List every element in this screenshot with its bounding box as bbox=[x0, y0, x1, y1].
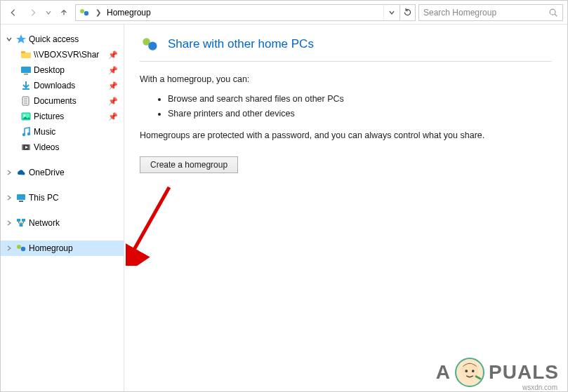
tree-item-documents[interactable]: Documents 📌 bbox=[1, 93, 124, 109]
svg-rect-24 bbox=[22, 219, 25, 222]
pin-icon: 📌 bbox=[108, 66, 118, 75]
tree-label: Videos bbox=[34, 142, 59, 152]
chevron-right-icon[interactable] bbox=[5, 168, 13, 177]
pc-icon bbox=[15, 192, 27, 203]
svg-rect-25 bbox=[20, 224, 23, 227]
tree-network[interactable]: Network bbox=[1, 215, 124, 231]
brand-text-left: A bbox=[436, 361, 451, 384]
feature-list: Browse and search shared files on other … bbox=[168, 92, 552, 121]
back-button[interactable] bbox=[5, 4, 22, 21]
page-title: Share with other home PCs bbox=[168, 37, 314, 51]
svg-point-0 bbox=[80, 9, 84, 13]
navigation-pane: Quick access \\VBOXSVR\Shar 📌 Desktop 📌 … bbox=[1, 25, 124, 391]
pin-icon: 📌 bbox=[108, 50, 118, 60]
chevron-right-icon[interactable] bbox=[5, 194, 13, 202]
tree-label: \\VBOXSVR\Shar bbox=[34, 50, 99, 60]
svg-rect-6 bbox=[21, 67, 31, 73]
svg-point-27 bbox=[21, 247, 25, 251]
address-dropdown[interactable] bbox=[384, 5, 399, 20]
svg-point-32 bbox=[472, 370, 475, 372]
svg-rect-5 bbox=[21, 51, 25, 53]
watermark-site: wsxdn.com bbox=[522, 384, 557, 391]
chevron-down-icon[interactable] bbox=[5, 35, 13, 43]
chevron-right-icon[interactable] bbox=[5, 244, 13, 252]
search-box[interactable] bbox=[418, 4, 563, 21]
svg-line-3 bbox=[555, 14, 557, 16]
svg-point-2 bbox=[550, 9, 555, 15]
tree-onedrive[interactable]: OneDrive bbox=[1, 165, 124, 180]
tree-label: OneDrive bbox=[29, 168, 65, 177]
list-item: Share printers and other devices bbox=[168, 107, 552, 121]
svg-point-26 bbox=[17, 245, 21, 249]
documents-icon bbox=[20, 95, 32, 107]
tree-label: Network bbox=[29, 218, 60, 228]
history-dropdown[interactable] bbox=[44, 10, 53, 15]
desktop-icon bbox=[20, 65, 32, 76]
onedrive-icon bbox=[15, 167, 27, 178]
svg-rect-7 bbox=[24, 74, 28, 75]
svg-point-16 bbox=[27, 133, 30, 135]
tree-label: Downloads bbox=[34, 81, 75, 90]
svg-rect-4 bbox=[21, 53, 31, 58]
star-icon bbox=[15, 34, 27, 45]
svg-rect-8 bbox=[22, 88, 29, 90]
tree-label: Documents bbox=[34, 96, 77, 106]
folder-icon bbox=[20, 49, 32, 60]
watermark-logo: A PUALS bbox=[436, 358, 559, 387]
svg-point-1 bbox=[84, 11, 88, 15]
breadcrumb-separator: ❯ bbox=[93, 8, 104, 16]
main-area: Quick access \\VBOXSVR\Shar 📌 Desktop 📌 … bbox=[1, 25, 567, 391]
svg-rect-23 bbox=[17, 219, 20, 222]
create-homegroup-button[interactable]: Create a homegroup bbox=[140, 156, 238, 173]
svg-point-31 bbox=[465, 370, 468, 372]
brand-text-right: PUALS bbox=[489, 361, 559, 384]
address-bar[interactable]: ❯ Homegroup bbox=[75, 4, 416, 21]
tree-item-downloads[interactable]: Downloads 📌 bbox=[1, 78, 124, 93]
homegroup-icon bbox=[140, 34, 159, 54]
tree-item-videos[interactable]: Videos bbox=[1, 140, 124, 155]
svg-point-29 bbox=[148, 42, 157, 50]
up-button[interactable] bbox=[55, 4, 72, 21]
search-icon bbox=[548, 8, 558, 18]
list-item: Browse and search shared files on other … bbox=[168, 92, 552, 107]
tree-label: Music bbox=[34, 127, 55, 137]
refresh-button[interactable] bbox=[399, 5, 415, 20]
tree-item-vboxshare[interactable]: \\VBOXSVR\Shar 📌 bbox=[1, 47, 124, 62]
search-input[interactable] bbox=[423, 8, 548, 18]
breadcrumb-item[interactable]: Homegroup bbox=[107, 8, 151, 18]
tree-item-pictures[interactable]: Pictures 📌 bbox=[1, 109, 124, 124]
tree-item-desktop[interactable]: Desktop 📌 bbox=[1, 62, 124, 78]
pictures-icon bbox=[20, 111, 32, 122]
svg-rect-20 bbox=[29, 144, 30, 150]
forward-button[interactable] bbox=[25, 4, 41, 21]
pin-icon: 📌 bbox=[108, 112, 118, 121]
videos-icon bbox=[20, 142, 32, 153]
tree-homegroup[interactable]: Homegroup bbox=[1, 241, 124, 256]
svg-rect-33 bbox=[475, 375, 482, 380]
svg-rect-21 bbox=[17, 194, 25, 200]
tree-label: Pictures bbox=[34, 111, 64, 121]
music-icon bbox=[20, 126, 32, 137]
tree-label: Quick access bbox=[29, 34, 79, 44]
network-icon bbox=[15, 217, 27, 229]
svg-rect-19 bbox=[22, 144, 23, 150]
pin-icon: 📌 bbox=[108, 81, 118, 90]
content-pane: Share with other home PCs With a homegro… bbox=[124, 25, 567, 391]
tree-label: Homegroup bbox=[29, 243, 73, 253]
homegroup-icon bbox=[15, 243, 27, 254]
downloads-icon bbox=[20, 80, 32, 91]
brand-mascot-icon bbox=[455, 358, 484, 387]
tree-label: This PC bbox=[29, 193, 59, 203]
chevron-right-icon[interactable] bbox=[5, 219, 13, 227]
tree-item-music[interactable]: Music bbox=[1, 124, 124, 140]
intro-text: With a homegroup, you can: bbox=[140, 73, 552, 86]
svg-rect-22 bbox=[19, 201, 23, 202]
note-text: Homegroups are protected with a password… bbox=[140, 129, 552, 142]
tree-this-pc[interactable]: This PC bbox=[1, 190, 124, 205]
homegroup-icon bbox=[79, 7, 90, 18]
tree-quick-access[interactable]: Quick access bbox=[1, 32, 124, 47]
toolbar: ❯ Homegroup bbox=[1, 1, 567, 25]
tree-label: Desktop bbox=[34, 65, 65, 75]
pin-icon: 📌 bbox=[108, 97, 118, 106]
